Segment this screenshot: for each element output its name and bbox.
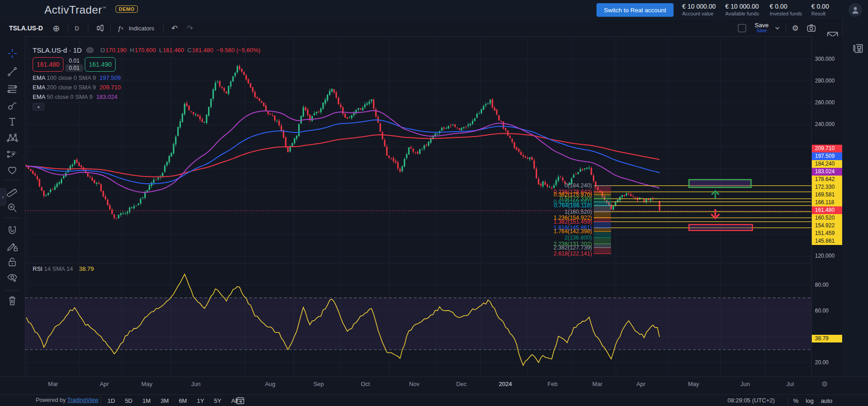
range-button-6m[interactable]: 6M [179, 397, 187, 404]
indicator-row[interactable]: EMA 100 close 0 SMA 9197.509 [33, 74, 263, 81]
price-tick-label: 280.000 [812, 77, 842, 85]
account-stat: € 0.00Result [811, 3, 829, 16]
symbol-button[interactable]: TSLA.US-D [9, 20, 43, 36]
switch-to-real-account-button[interactable]: Switch to Real account [596, 3, 674, 17]
user-avatar[interactable] [849, 3, 862, 17]
app-header: ActivTrader™ DEMO Switch to Real account… [0, 0, 868, 20]
sell-button[interactable]: 161.480 [33, 57, 63, 72]
chart-area[interactable]: 0(184.240)0.236(178.642)0.382(175.970)0.… [25, 36, 811, 377]
text-tool-icon[interactable] [6, 116, 18, 127]
range-button-1m[interactable]: 1M [142, 397, 150, 404]
lock-all-icon[interactable] [6, 256, 18, 268]
time-axis[interactable]: ⚙ MarAprMayJunAugSepOctNovDec2024FebMarA… [0, 377, 868, 395]
crosshair-icon[interactable] [6, 48, 18, 59]
price-tick-label: 240.000 [812, 121, 842, 128]
right-sidebar [842, 20, 868, 406]
news-icon[interactable] [852, 43, 864, 54]
drawing-toolbar [0, 36, 25, 394]
time-tick-label: Apr [636, 381, 645, 387]
screenshot-camera-icon[interactable] [807, 20, 816, 36]
close-value: 161.480 [192, 47, 213, 54]
symbol-interval-label[interactable]: TSLA.US-d · 1D [33, 46, 82, 54]
time-tick-label: 2024 [499, 381, 512, 387]
rsi-tick-label: 80.00 [812, 281, 842, 289]
forecast-icon[interactable] [6, 148, 18, 160]
long-position-box[interactable] [689, 180, 751, 187]
price-scale[interactable]: 300.000280.000260.000240.000120.000209.7… [811, 36, 842, 377]
interval-button[interactable]: D [75, 20, 79, 36]
zoom-in-icon[interactable] [6, 202, 18, 214]
compare-add-icon[interactable]: ⊕ [53, 20, 60, 36]
time-tick-label: Aug [265, 381, 275, 387]
auto-scale-button[interactable]: auto [821, 397, 832, 404]
price-level-label: 183.024 [812, 168, 842, 176]
time-tick-label: May [688, 381, 699, 387]
change-value: −9.580 (−5.60%) [217, 47, 261, 54]
range-button-5y[interactable]: 5Y [214, 397, 221, 404]
settings-gear-icon[interactable]: ⚙ [792, 20, 799, 36]
bottom-toolbar: Powered by TradingView 1D5D1M3M6M1Y5YAll… [0, 394, 868, 406]
svg-text:2.618(122.141): 2.618(122.141) [553, 250, 592, 257]
rsi-tick-label: 20.00 [812, 359, 842, 367]
remove-drawings-trash-icon[interactable] [6, 295, 18, 307]
buy-button[interactable]: 161.490 [85, 57, 116, 72]
short-position-box[interactable] [689, 225, 752, 230]
chart-style-icon[interactable] [95, 20, 105, 36]
chart-legend: TSLA.US-d · 1D – O170.190 H170.600 L161.… [33, 46, 263, 111]
price-level-label: 145.861 [812, 237, 842, 245]
save-menu-chevron-icon[interactable] [775, 20, 780, 36]
svg-text:1(160.520): 1(160.520) [565, 209, 592, 215]
save-button[interactable]: Save Save [755, 20, 769, 36]
layout-checkbox[interactable] [738, 20, 746, 36]
range-button-1y[interactable]: 1Y [197, 397, 204, 404]
demo-badge: DEMO [116, 5, 138, 13]
drawing-lock-pencil-icon[interactable] [6, 240, 18, 252]
hide-drawings-eye-icon[interactable] [6, 272, 18, 284]
price-level-label: 154.922 [812, 222, 842, 230]
range-button-1d[interactable]: 1D [107, 397, 115, 404]
measure-ruler-icon[interactable] [6, 186, 18, 197]
redo-icon[interactable]: ↷ [187, 20, 193, 36]
brush-icon[interactable] [6, 100, 18, 112]
tradingview-link[interactable]: TradingView [67, 397, 98, 403]
price-tick-label: 120.000 [812, 252, 842, 260]
time-tick-label: Sep [313, 381, 324, 387]
log-scale-button[interactable]: log [806, 397, 814, 404]
price-level-label: 160.520 [812, 214, 842, 222]
indicators-button[interactable]: Indicators [129, 20, 154, 36]
price-level-label: 197.509 [812, 152, 842, 160]
svg-text:0(184.240): 0(184.240) [565, 182, 592, 189]
indicator-row[interactable]: EMA 50 close 0 SMA 9183.024 [33, 93, 263, 100]
undo-icon[interactable]: ↶ [171, 20, 178, 36]
price-level-label: 166.118 [812, 199, 842, 206]
axis-settings-gear-icon[interactable]: ⚙ [821, 380, 828, 388]
time-tick-label: Feb [548, 381, 558, 387]
magnet-icon[interactable] [6, 225, 18, 236]
emoji-heart-icon[interactable] [6, 164, 18, 176]
high-value: 170.600 [135, 47, 156, 54]
price-level-label: 172.330 [812, 183, 842, 191]
price-level-label: 184.240 [812, 160, 842, 168]
indicator-row[interactable]: EMA 200 close 0 SMA 9209.710 [33, 84, 263, 91]
gann-fib-icon[interactable] [6, 83, 18, 95]
time-tick-label: Nov [409, 381, 419, 387]
xabcd-pattern-icon[interactable] [6, 132, 18, 144]
price-level-label: 161.480 [812, 206, 842, 214]
fx-icon[interactable]: ƒx [117, 20, 123, 36]
rsi-value: 38.79 [79, 265, 94, 272]
price-level-label: 178.642 [812, 176, 842, 183]
percent-scale-button[interactable]: % [793, 397, 799, 404]
range-button-5d[interactable]: 5D [125, 397, 133, 404]
legend-collapse-icon[interactable]: ▲ [33, 103, 44, 111]
time-tick-label: May [141, 381, 153, 387]
hide-series-icon[interactable]: – [86, 47, 94, 53]
panel-collapse-tab[interactable]: › [0, 188, 6, 205]
time-tick-label: Jun [741, 381, 750, 387]
clock-label[interactable]: 08:29:05 (UTC+2) [727, 397, 775, 404]
go-to-date-icon[interactable] [236, 396, 245, 406]
fibonacci-extension[interactable]: 0(184.240)0.236(178.642)0.382(175.970)0.… [553, 182, 811, 257]
range-button-3m[interactable]: 3M [160, 397, 169, 404]
svg-text:2.382(127.739): 2.382(127.739) [553, 245, 592, 251]
powered-by: Powered by TradingView [36, 397, 98, 403]
trend-line-icon[interactable] [6, 66, 18, 78]
